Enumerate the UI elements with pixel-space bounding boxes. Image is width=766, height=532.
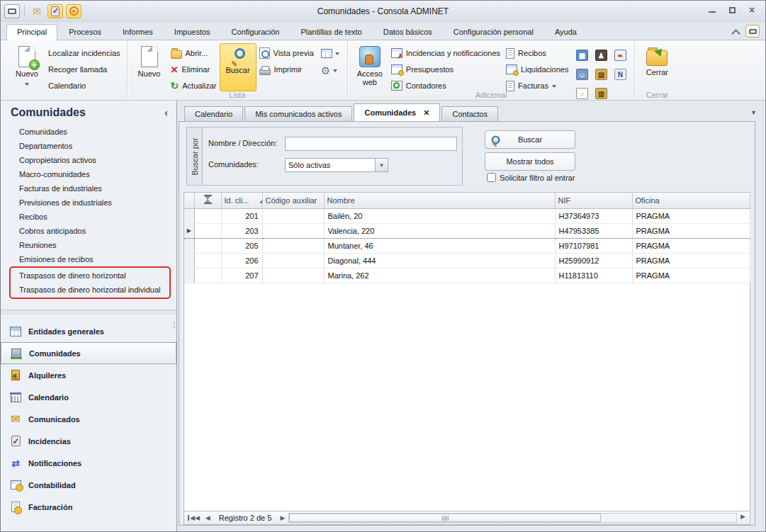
sidebar-sections: Entidades generales ⋮ Comunidades Alquil… <box>1 316 176 532</box>
recibos-button[interactable]: Recibos <box>506 47 568 60</box>
close-tab-icon[interactable]: ✕ <box>423 104 429 121</box>
scroll-right-icon[interactable]: ▶ <box>738 513 748 520</box>
new-button[interactable]: Nuevo <box>131 43 168 91</box>
section-facturacion[interactable]: Facturación <box>1 496 176 518</box>
search-icon <box>231 48 245 62</box>
ribbon-tab-configuracion-personal[interactable]: Configuración personal <box>444 25 543 40</box>
tab-mis-comunicados[interactable]: Mis comunicados activos <box>244 106 352 121</box>
mostrar-todos-button[interactable]: Mostrar todos <box>485 152 575 171</box>
sidebar-item-macro-comunidades[interactable]: Macro-comunidades <box>1 167 176 181</box>
certificate-icon: ❧ <box>614 50 626 61</box>
calendario-button[interactable]: Calendario <box>48 79 120 92</box>
scrollbar-thumb[interactable] <box>289 514 601 522</box>
ribbon-tab-impuestos[interactable]: Impuestos <box>164 25 220 40</box>
column-header-oficina[interactable]: Oficina <box>632 193 750 208</box>
new-incident-button[interactable]: + Nuevo <box>9 43 45 91</box>
tab-comunidades[interactable]: Comunidades ✕ <box>354 103 440 121</box>
tab-contactos[interactable]: Contactos <box>441 106 498 121</box>
column-header-nif[interactable]: NIF <box>555 193 632 208</box>
sidebar-splitter[interactable] <box>1 310 176 316</box>
sidebar-item-departamentos[interactable]: Departamentos <box>1 139 176 153</box>
chevron-down-icon[interactable]: ▼ <box>375 159 388 171</box>
chest-button[interactable]: ▤ <box>592 65 610 84</box>
column-header-codigo[interactable]: Código auxiliar <box>262 193 324 208</box>
tab-list-dropdown-icon[interactable]: ▼ <box>750 109 757 116</box>
app-corner-icon[interactable] <box>745 25 760 38</box>
section-calendario[interactable]: Calendario <box>1 386 176 408</box>
horizontal-scrollbar[interactable] <box>288 513 737 523</box>
ribbon-tab-datos-basicos[interactable]: Datos básicos <box>373 25 442 40</box>
settings-dropdown-button[interactable]: ⚙ <box>321 65 339 76</box>
sidebar-item-copropietarios[interactable]: Copropietarios activos <box>1 153 176 167</box>
buscar-button[interactable]: Buscar <box>485 130 575 149</box>
web-access-button[interactable]: Acceso web <box>351 43 388 91</box>
sidebar-item-traspasos-horizontal-individual[interactable]: Traspasos de dinero horizontal individua… <box>11 283 169 297</box>
hourglass-column-header[interactable] <box>194 193 221 208</box>
column-header-nombre[interactable]: Nombre <box>324 193 555 208</box>
document-icon <box>141 46 158 67</box>
communities-dropdown[interactable]: Sólo activas ▼ <box>285 158 388 172</box>
meeting-button[interactable]: ♟ <box>592 46 610 64</box>
agent-button[interactable]: ☺ <box>573 65 591 84</box>
sidebar-item-reuniones[interactable]: Reuniones <box>1 238 176 252</box>
collapse-ribbon-icon[interactable] <box>733 29 740 33</box>
solicitar-filtro-checkbox[interactable] <box>487 173 496 182</box>
preview-button[interactable]: Vista previa <box>259 47 314 60</box>
name-address-input[interactable] <box>285 137 457 151</box>
section-entidades-generales[interactable]: Entidades generales ⋮ <box>1 320 176 342</box>
liquidaciones-button[interactable]: Liquidaciones <box>506 63 568 76</box>
spellcheck-button[interactable]: N <box>611 65 629 84</box>
column-header-id[interactable]: Id. cli...▲ <box>221 193 262 208</box>
communities-dropdown-value: Sólo activas <box>286 159 375 171</box>
presupuestos-button[interactable]: Presupuestos <box>391 63 500 76</box>
section-comunicados[interactable]: ✉ Comunicados <box>1 408 176 430</box>
ribbon-tab-procesos[interactable]: Procesos <box>59 25 111 40</box>
ribbon-tab-plantillas[interactable]: Plantillas de texto <box>291 25 371 40</box>
sidebar-item-comunidades[interactable]: Comunidades <box>1 125 176 139</box>
table-row-selected[interactable]: ▶ 203 Valencia, 220 H47953385 PRAGMA <box>184 223 750 238</box>
table-row[interactable]: 207 Marina, 262 H11813110 PRAGMA <box>184 268 750 283</box>
section-comunidades[interactable]: Comunidades <box>1 342 176 364</box>
search-button[interactable]: Buscar <box>220 43 257 91</box>
close-button[interactable]: × <box>745 5 758 15</box>
table-row[interactable]: 205 Muntaner, 46 H97107981 PRAGMA <box>184 238 750 253</box>
print-button[interactable]: Imprimir <box>259 63 314 76</box>
sidebar-item-previsiones-industriales[interactable]: Previsiones de industriales <box>1 196 176 210</box>
communities-label: Comunidades: <box>208 160 259 169</box>
table-row[interactable]: 201 Bailén, 20 H37364973 PRAGMA <box>184 208 750 223</box>
layout-dropdown-button[interactable] <box>321 49 339 58</box>
localizar-incidencias-button[interactable]: Localizar incidencias <box>48 47 120 60</box>
section-notificaciones[interactable]: ⇄ Notificaciones <box>1 452 176 474</box>
incidencias-notificaciones-button[interactable]: ✗Incidencias y notificaciones <box>391 47 500 60</box>
calculator-button[interactable]: ▦ <box>573 46 591 64</box>
restore-button[interactable] <box>726 5 738 15</box>
recoger-llamada-button[interactable]: Recoger llamada <box>48 63 120 76</box>
splitter-grip-icon[interactable]: ⋮ <box>171 323 174 327</box>
delete-button[interactable]: ✕Eliminar <box>171 63 217 76</box>
previous-record-button[interactable]: ◀ <box>203 514 213 521</box>
ribbon-group-incidencias: + Nuevo Localizar incidencias Recoger ll… <box>5 40 128 100</box>
hourglass-icon <box>204 195 212 204</box>
section-alquileres[interactable]: Alquileres <box>1 364 176 386</box>
sidebar-item-traspasos-horizontal[interactable]: Traspasos de dinero horizontal <box>11 268 169 283</box>
ribbon-tab-principal[interactable]: Principal <box>6 24 57 40</box>
tab-calendario[interactable]: Calendario <box>184 106 243 121</box>
window-controls: × <box>706 5 758 15</box>
collapse-sidebar-icon[interactable]: ‹ <box>164 107 168 118</box>
cerrar-button[interactable]: Cerrar <box>638 43 675 91</box>
section-contabilidad[interactable]: Contabilidad <box>1 474 176 496</box>
table-row[interactable]: 206 Diagonal, 444 H25990912 PRAGMA <box>184 253 750 268</box>
ribbon-tab-informes[interactable]: Informes <box>113 25 163 40</box>
ribbon-tab-ayuda[interactable]: Ayuda <box>545 25 587 40</box>
next-record-button[interactable]: ▶ <box>277 514 288 521</box>
sidebar-item-facturas-industriales[interactable]: Facturas de industriales <box>1 181 176 196</box>
open-button[interactable]: Abrir... <box>171 47 217 60</box>
sidebar-item-recibos[interactable]: Recibos <box>1 210 176 224</box>
sidebar-item-emisiones-recibos[interactable]: Emisiones de recibos <box>1 252 176 266</box>
section-incidencias[interactable]: Incidencias <box>1 430 176 452</box>
certificate-button[interactable]: ❧ <box>611 46 629 64</box>
sidebar-item-cobros-anticipados[interactable]: Cobros anticipados <box>1 224 176 238</box>
minimize-button[interactable] <box>706 5 719 15</box>
ribbon-tab-configuracion[interactable]: Configuración <box>222 25 290 40</box>
first-record-button[interactable]: ◀◀ <box>184 514 203 521</box>
